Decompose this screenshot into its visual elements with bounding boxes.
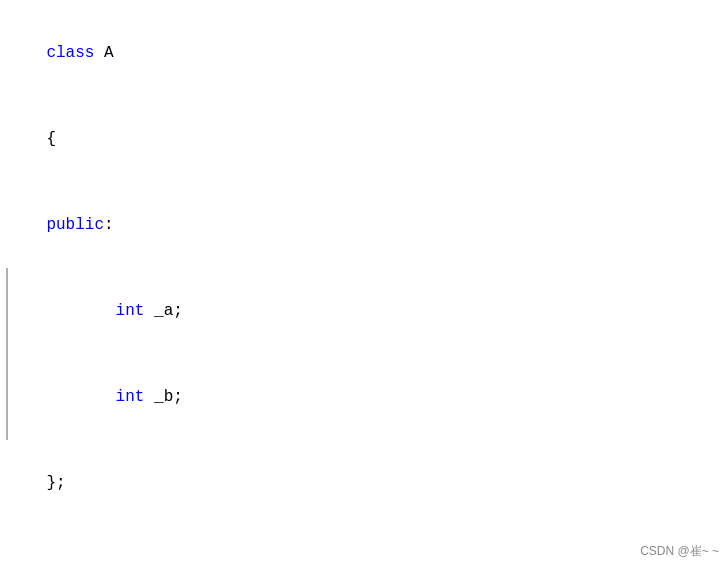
gutter-marker <box>6 268 14 354</box>
line-open-brace-1: { <box>0 96 727 182</box>
line-public: public: <box>0 182 727 268</box>
code-container: class A { public: int _a; int _b; }; int… <box>0 0 727 569</box>
line-class-a: class A <box>0 10 727 96</box>
keyword-class: class <box>46 44 94 62</box>
line-close-class: }; <box>0 440 727 526</box>
line-main: int main() <box>0 556 727 569</box>
watermark: CSDN @崔~ ~ <box>640 542 719 561</box>
keyword-public: public <box>46 216 104 234</box>
gutter-marker <box>6 354 14 440</box>
line-int-a: int _a; <box>0 268 727 354</box>
line-int-b: int _b; <box>0 354 727 440</box>
line-blank-1 <box>0 526 727 556</box>
